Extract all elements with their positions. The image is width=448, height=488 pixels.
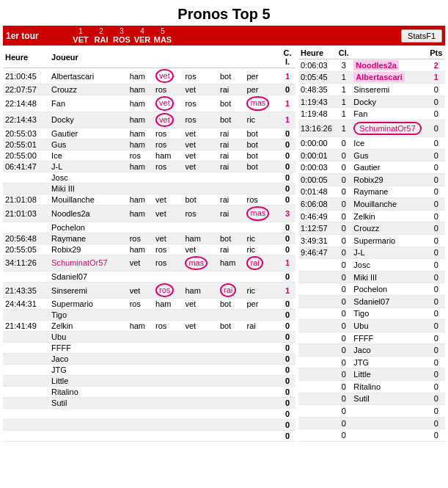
left-table-row: 20:55:03Gautierhamrosvetraibot0 — [3, 128, 295, 139]
left-table-cell — [153, 183, 183, 194]
left-cell-heure — [3, 409, 49, 420]
left-table-cell: ros — [128, 299, 153, 310]
left-cell-joueur: Mouillanche — [49, 194, 128, 205]
left-cell-heure: 20:55:01 — [3, 139, 49, 150]
right-table-row: 0:00:030Gautier0 — [298, 161, 445, 174]
left-cell-joueur: Supermario — [49, 299, 128, 310]
col-num-4: 4 — [140, 27, 144, 35]
right-cell-pts: 0 — [427, 120, 445, 136]
right-cell-joueur — [351, 417, 427, 429]
left-table-cell — [183, 409, 218, 420]
left-cell-heure — [3, 387, 49, 398]
left-cell-heure — [3, 365, 49, 376]
right-cell-heure — [298, 344, 336, 357]
right-cell-cl: 0 — [336, 417, 351, 429]
left-cell-joueur: Crouzz — [49, 84, 128, 95]
left-table-cell: ham — [128, 95, 153, 112]
left-table-cell — [128, 343, 153, 354]
left-cell-heure — [3, 398, 49, 409]
left-table-cell: ros — [128, 233, 153, 244]
rth-pts: Pts — [427, 47, 445, 59]
left-cell-joueur: Robix29 — [49, 244, 128, 255]
left-cell-heure — [3, 354, 49, 365]
left-table-cell — [244, 376, 279, 387]
right-cell-joueur: Gus — [351, 149, 427, 161]
left-cell-joueur — [49, 409, 128, 420]
left-table-cell — [128, 376, 153, 387]
left-table-cell: bot — [244, 150, 279, 161]
right-cell-pts: 0 — [427, 429, 445, 442]
left-table-cell — [128, 398, 153, 409]
right-cell-pts: 0 — [427, 108, 445, 120]
statsf1-button[interactable]: StatsF1 — [401, 29, 442, 43]
left-cell-heure: 21:01:03 — [3, 205, 49, 222]
right-table-row: 0Little0 — [298, 368, 445, 381]
left-table-row: 20:55:05Robix29hamrosvetrairic0 — [3, 244, 295, 255]
left-table-cell — [183, 431, 218, 442]
left-table-cell — [153, 431, 183, 442]
right-cell-cl: 0 — [336, 222, 351, 235]
left-cell-joueur: J-L — [49, 161, 128, 172]
right-cell-joueur: Little — [351, 368, 427, 381]
right-cell-heure — [298, 320, 336, 332]
right-cell-joueur: SchuminatOr57 — [351, 120, 427, 136]
right-cell-pts: 0 — [427, 332, 445, 344]
left-table-cell: ham — [128, 68, 153, 84]
left-table-cell — [218, 332, 244, 343]
left-table-row: 22:14:48Fanhamvetrosbotmas1 — [3, 95, 295, 112]
left-table-cell: ham — [183, 233, 218, 244]
right-cell-heure: 9:46:47 — [298, 247, 336, 259]
left-cell-joueur: SchuminatOr57 — [49, 255, 128, 271]
right-cell-cl: 0 — [336, 332, 351, 344]
left-table-cell — [153, 420, 183, 431]
rth-heure: Heure — [298, 47, 336, 59]
left-table-cell: vet — [153, 68, 183, 84]
right-cell-joueur: Crouzz — [351, 222, 427, 235]
left-table-cell: ros — [128, 150, 153, 161]
left-table-row: Sutil0 — [3, 398, 295, 409]
right-cell-cl: 0 — [336, 234, 351, 247]
right-cell-cl: 1 — [336, 95, 351, 108]
left-table-cell: ric — [244, 244, 279, 255]
col-name-4: VER — [134, 35, 151, 44]
left-table-cell — [153, 387, 183, 398]
left-table-cell: vet — [183, 84, 218, 95]
left-table-row: 24:44:31Supermarioroshamvetbotper0 — [3, 299, 295, 310]
rth-cl: Cl. — [336, 47, 351, 59]
left-table-cell: bot — [218, 68, 244, 84]
right-cell-pts: 0 — [427, 173, 445, 186]
th-c1 — [128, 47, 153, 68]
left-table-row: 21:41:49Zelkinhamrosvetbotrai0 — [3, 321, 295, 332]
right-cell-joueur: Sdaniel07 — [351, 295, 427, 307]
left-table-cell — [183, 354, 218, 365]
right-cell-joueur: Albertascari — [351, 71, 427, 84]
left-table-cell — [218, 431, 244, 442]
left-table-cell: mas — [244, 205, 279, 222]
left-table-cell: vet — [153, 194, 183, 205]
right-cell-pts: 0 — [427, 283, 445, 296]
left-cell-joueur: Albertascari — [49, 68, 128, 84]
left-cell-joueur: Josc — [49, 172, 128, 183]
left-table-cell — [218, 409, 244, 420]
left-table-row: 0 — [3, 431, 295, 442]
left-cell-joueur: JTG — [49, 365, 128, 376]
th-heure: Heure — [3, 47, 49, 68]
left-cell-ci: 0 — [279, 161, 295, 172]
left-table-cell — [218, 354, 244, 365]
right-cell-pts: 0 — [427, 198, 445, 211]
left-table-cell: ham — [153, 150, 183, 161]
left-table-cell: ham — [153, 299, 183, 310]
left-cell-ci: 0 — [279, 183, 295, 194]
tour-label: 1er tour — [6, 31, 65, 41]
left-table-cell — [218, 398, 244, 409]
right-table: Heure Cl. Pts 0:06:033Noodles2a20:05:451… — [298, 47, 445, 442]
right-cell-pts: 0 — [427, 95, 445, 108]
left-table-cell: rai — [218, 128, 244, 139]
header-cols: 1 VET 2 RAI 3 ROS 4 VER 5 MAS — [70, 27, 173, 44]
left-table-cell: bot — [244, 128, 279, 139]
left-table-cell — [183, 343, 218, 354]
right-table-row: 0JTG0 — [298, 356, 445, 368]
right-table-row: 0Sutil0 — [298, 393, 445, 405]
right-cell-pts: 0 — [427, 137, 445, 150]
left-table-cell: ham — [128, 161, 153, 172]
